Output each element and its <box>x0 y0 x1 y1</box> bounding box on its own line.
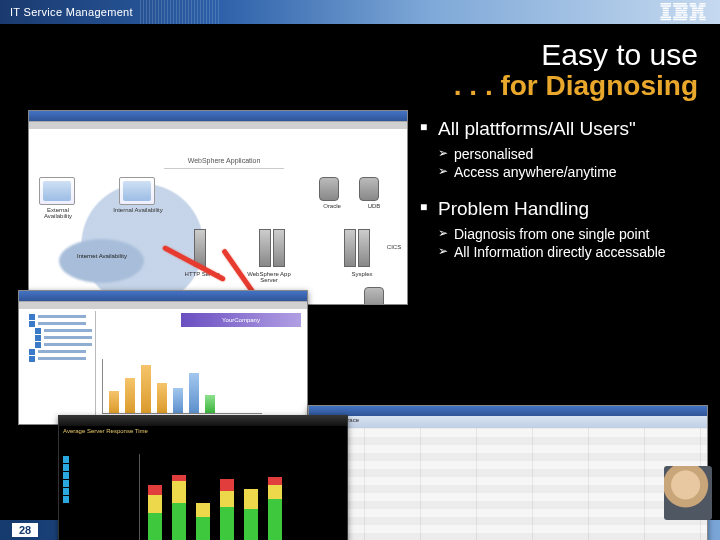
chart-bar <box>173 388 183 413</box>
svg-rect-28 <box>692 14 697 16</box>
bullet-level2: personalised <box>420 146 710 162</box>
svg-rect-29 <box>700 14 704 16</box>
svg-rect-16 <box>673 17 687 19</box>
screenshot-trace-table: Application Trace Trace ID: 16896 <box>308 405 708 540</box>
svg-rect-8 <box>673 3 687 5</box>
perf-title: Average Server Response Time <box>63 428 148 434</box>
svg-rect-18 <box>690 3 696 5</box>
company-banner: YourCompany <box>181 313 301 327</box>
chart-bar <box>109 391 119 413</box>
stack-bar <box>244 489 258 540</box>
label-sysplex: Sysplex <box>337 271 387 277</box>
svg-rect-30 <box>690 17 697 19</box>
chart-bar <box>205 395 215 413</box>
window-titlebar <box>309 406 707 416</box>
window-titlebar <box>19 291 307 301</box>
svg-rect-11 <box>683 8 688 10</box>
svg-rect-21 <box>699 5 706 7</box>
bullet-level2: Diagnosis from one single point <box>420 226 710 242</box>
node-internal-availability <box>119 177 155 205</box>
tree-item <box>29 314 93 320</box>
stack-bar <box>148 485 162 540</box>
label-cics: CICS <box>369 244 408 250</box>
chart-bar <box>141 365 151 413</box>
chart-bar <box>125 378 135 413</box>
bullet-level1: All plattforms/All Users" <box>420 118 710 140</box>
slide-title-block: Easy to use . . . for Diagnosing <box>454 38 698 102</box>
svg-rect-10 <box>676 8 682 10</box>
legend-item <box>63 496 111 503</box>
websphere-banner: WebSphere Application <box>164 157 284 169</box>
tree-item <box>29 356 93 362</box>
ibm-logo <box>660 3 706 21</box>
bullet-group: Problem Handling Diagnosis from one sing… <box>420 198 710 260</box>
tree-item <box>35 342 93 348</box>
svg-rect-3 <box>663 10 669 12</box>
header-decoration <box>140 0 220 24</box>
stack-bar <box>268 477 282 540</box>
tree-item <box>29 321 93 327</box>
person-photo <box>664 466 712 520</box>
svg-rect-32 <box>690 19 696 21</box>
data-table <box>309 428 707 540</box>
svg-rect-13 <box>676 12 687 14</box>
chart-bar <box>189 373 199 413</box>
tree-item <box>35 335 93 341</box>
chart-panel: YourCompany <box>96 311 305 422</box>
bullet-column: All plattforms/All Users" personalised A… <box>420 118 710 278</box>
tree-item <box>35 328 93 334</box>
page-number: 28 <box>12 523 38 537</box>
bullet-group: All plattforms/All Users" personalised A… <box>420 118 710 180</box>
svg-rect-24 <box>692 10 703 12</box>
performance-panel: Average Server Response Time <box>59 426 347 540</box>
tree-item <box>29 349 93 355</box>
label-udb: UDB <box>349 203 399 209</box>
svg-rect-15 <box>683 14 688 16</box>
server-was <box>273 229 285 267</box>
svg-rect-6 <box>661 17 672 19</box>
label-internet-availability: Internet Availability <box>77 253 127 259</box>
legend-item <box>63 488 111 495</box>
stacked-bar-chart <box>139 454 309 540</box>
header-title: IT Service Management <box>10 6 133 18</box>
svg-rect-26 <box>697 12 699 14</box>
svg-rect-20 <box>690 5 697 7</box>
perf-legend <box>63 456 111 504</box>
server-sysplex <box>344 229 356 267</box>
legend-item <box>63 464 111 471</box>
bullet-level2: All Information directly accessable <box>420 244 710 260</box>
stack-bar <box>220 479 234 540</box>
svg-rect-33 <box>700 19 706 21</box>
svg-rect-17 <box>673 19 687 21</box>
db-udb <box>359 177 379 201</box>
window-toolbar <box>19 301 307 309</box>
screenshot-performance: Average Server Response Time <box>58 415 348 540</box>
label-was: WebSphere App Server <box>244 271 294 283</box>
legend-item <box>63 456 111 463</box>
portal-diagram: WebSphere Application External Availabil… <box>29 129 407 305</box>
table-header: Application Trace <box>309 416 707 428</box>
legend-item <box>63 472 111 479</box>
window-toolbar <box>29 121 407 129</box>
stack-bar <box>172 475 186 540</box>
bullet-level1: Problem Handling <box>420 198 710 220</box>
svg-rect-25 <box>692 12 697 14</box>
header-bar: IT Service Management <box>0 0 720 24</box>
bar-chart <box>102 359 262 414</box>
db-db2 <box>364 287 384 305</box>
svg-rect-7 <box>661 19 672 21</box>
svg-rect-19 <box>700 3 706 5</box>
svg-rect-2 <box>663 8 669 10</box>
svg-rect-9 <box>673 5 687 7</box>
window-titlebar <box>59 416 347 426</box>
screenshot-tree-chart: YourCompany <box>18 290 308 425</box>
title-main: Easy to use <box>454 38 698 72</box>
svg-rect-22 <box>692 8 697 10</box>
screenshot-collage: WebSphere Application External Availabil… <box>28 110 428 490</box>
window-titlebar <box>29 111 407 121</box>
db-oracle <box>319 177 339 201</box>
svg-rect-14 <box>676 14 682 16</box>
label-internal-availability: Internal Availability <box>113 207 163 213</box>
svg-rect-5 <box>663 14 669 16</box>
stack-bar <box>196 503 210 540</box>
